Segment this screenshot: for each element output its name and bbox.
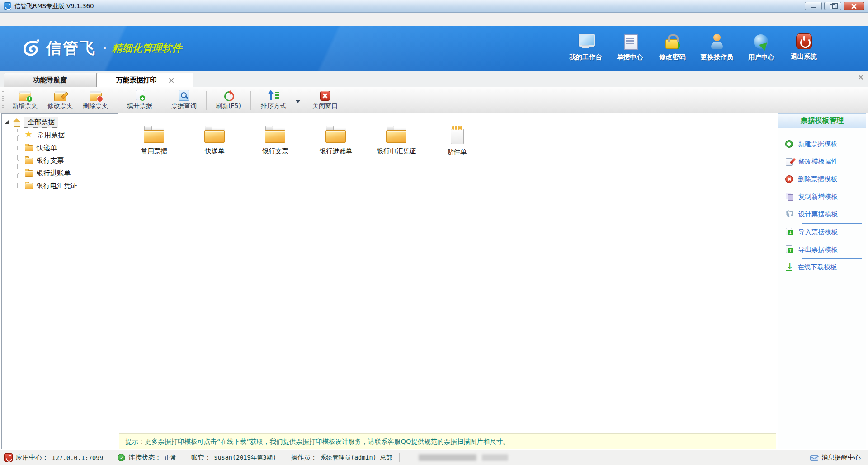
- ticket-folder-label: 常用票据: [141, 147, 167, 155]
- ticket-folder-label: 贴件单: [447, 148, 467, 156]
- tab-close-icon[interactable]: [169, 77, 175, 83]
- tab-universal-ticket-print[interactable]: 万能票据打印: [97, 73, 193, 87]
- brand-name: 信管飞: [46, 38, 96, 59]
- toolbar-button-label: 票据查询: [171, 102, 197, 110]
- template-action-label: 设计票据模板: [798, 210, 838, 219]
- toolbar-button-label: 关闭窗口: [312, 102, 338, 110]
- template-action-label: 复制新增模板: [798, 193, 838, 201]
- tree-item-label: 银行电汇凭证: [37, 182, 77, 190]
- ticket-folder-label: 银行支票: [262, 147, 288, 155]
- folder-small-icon: [25, 170, 33, 177]
- minimize-button[interactable]: [805, 2, 822, 10]
- template-action-label: 导出票据模板: [798, 245, 838, 254]
- tree-root-item[interactable]: 全部票据: [5, 116, 118, 128]
- import-icon: [785, 228, 793, 236]
- power-icon: [796, 33, 812, 49]
- toolbar-button[interactable]: 关闭窗口: [307, 89, 343, 112]
- delete-circle-icon: [785, 175, 793, 183]
- toolbar-button-label: 修改票夹: [47, 102, 73, 110]
- folder-small-icon: [25, 145, 33, 151]
- status-item: 账套： susan(2019年第3期): [184, 450, 284, 465]
- ticket-folder[interactable]: 快递单: [184, 126, 245, 156]
- brand-swoosh-icon: [20, 38, 42, 59]
- status-item-label: 操作员：: [291, 453, 317, 462]
- banner-action[interactable]: 退出系统: [789, 33, 818, 61]
- message-center-link[interactable]: 消息提醒中心: [802, 450, 868, 465]
- toolbar-button[interactable]: 排序方式: [255, 89, 290, 112]
- tree-expander-icon[interactable]: [5, 120, 9, 124]
- banner-action[interactable]: 更换操作员: [701, 33, 734, 61]
- ticket-folder[interactable]: 银行电汇凭证: [366, 126, 427, 156]
- folder-big-icon: [386, 126, 407, 143]
- banner-action-label: 修改密码: [660, 53, 686, 61]
- document-list-icon: [622, 33, 638, 50]
- banner-action-label: 我的工作台: [569, 53, 602, 61]
- sort-icon: [268, 90, 279, 101]
- banner-action-label: 用户中心: [748, 53, 774, 61]
- banner-action-label: 单据中心: [617, 53, 643, 61]
- app-logo-icon: [4, 2, 11, 10]
- status-item: 应用中心： 127.0.0.1:7099: [0, 450, 110, 465]
- toolbar-button-label: 刷新(F5): [216, 102, 241, 110]
- restore-button[interactable]: [824, 2, 841, 10]
- home-icon: [12, 118, 21, 127]
- ticket-folder[interactable]: 贴件单: [427, 126, 487, 156]
- status-item-label: 连接状态：: [128, 453, 161, 462]
- toolbar-button[interactable]: 刷新(F5): [211, 89, 246, 112]
- banner-actions: 我的工作台 单据中心 修改密码 更换操作员 用户中心 退出系统: [569, 33, 818, 61]
- close-button[interactable]: [844, 2, 864, 10]
- toolbar-button[interactable]: 删除票夹: [78, 89, 113, 112]
- folder-delete-icon: [90, 90, 101, 101]
- menu-bar: [0, 13, 868, 26]
- tree-item[interactable]: 常用票据: [18, 129, 118, 141]
- status-item-label: 账套：: [191, 453, 211, 462]
- folder-edit-icon: [54, 90, 66, 101]
- toolbar-grip[interactable]: [2, 91, 4, 109]
- copy-icon: [785, 193, 793, 201]
- tree-root-label[interactable]: 全部票据: [24, 117, 58, 128]
- tree-item[interactable]: 银行支票: [18, 154, 118, 167]
- template-action-link[interactable]: 导入票据模板: [778, 225, 866, 238]
- template-action-link[interactable]: 复制新增模板: [778, 190, 866, 203]
- status-item-value: 正常: [165, 454, 177, 462]
- export-icon: [785, 245, 793, 254]
- toolbar-button[interactable]: 修改票夹: [42, 89, 78, 112]
- ticket-folder-label: 银行进账单: [320, 147, 353, 155]
- ticket-folder[interactable]: 银行支票: [245, 126, 306, 156]
- window-title: 信管飞RMS专业版 V9.1.360: [14, 2, 94, 10]
- template-action-link[interactable]: 新建票据模板: [778, 137, 866, 150]
- tree-item[interactable]: 银行进账单: [18, 167, 118, 179]
- template-action-link[interactable]: 删除票据模板: [778, 173, 866, 185]
- hint-text: 提示：更多票据打印模板可点击“在线下载”获取，我们提供票据打印模板设计服务，请联…: [125, 437, 509, 446]
- ticket-folder[interactable]: 银行进账单: [306, 126, 366, 156]
- banner-action[interactable]: 我的工作台: [569, 33, 602, 61]
- template-action-link[interactable]: 导出票据模板: [778, 243, 866, 256]
- person-icon: [709, 33, 725, 50]
- redacted-text: [419, 454, 508, 461]
- template-action-link[interactable]: 在线下载模板: [778, 261, 866, 273]
- tree-item[interactable]: 银行电汇凭证: [18, 179, 118, 192]
- banner-action[interactable]: 单据中心: [616, 33, 645, 61]
- toolbar-button-label: 填开票据: [127, 102, 152, 110]
- template-action-label: 修改模板属性: [798, 157, 838, 166]
- folder-small-icon: [25, 183, 33, 189]
- template-action-link[interactable]: 修改模板属性: [778, 155, 866, 168]
- toolbar-button-label: 新增票夹: [12, 102, 38, 110]
- template-action-link[interactable]: 设计票据模板: [778, 208, 866, 221]
- toolbar-button[interactable]: 票据查询: [166, 89, 202, 112]
- tab-function-navigator[interactable]: 功能导航窗: [4, 73, 97, 87]
- ticket-folder[interactable]: 常用票据: [124, 126, 184, 156]
- brand-tagline: 精细化管理软件: [112, 42, 182, 55]
- banner-action[interactable]: 修改密码: [658, 33, 687, 61]
- ticket-folder-area: 常用票据 快递单 银行支票 银行进账单 银行电汇凭证 贴件单 提示：更多票据打印…: [119, 113, 776, 449]
- check-icon: [118, 454, 125, 461]
- tree-item[interactable]: 快递单: [18, 141, 118, 154]
- toolbar-button[interactable]: 填开票据: [122, 89, 157, 112]
- folder-tree-panel: 全部票据 常用票据 快递单 银行支票 银行进账单 银行电汇凭证: [1, 113, 118, 449]
- folder-big-icon: [144, 126, 165, 143]
- tree-item-label: 常用票据: [38, 131, 65, 140]
- tools-icon: [785, 210, 793, 218]
- toolbar-button[interactable]: 新增票夹: [7, 89, 42, 112]
- tabstrip-close-icon[interactable]: [858, 75, 863, 80]
- banner-action[interactable]: 用户中心: [747, 33, 776, 61]
